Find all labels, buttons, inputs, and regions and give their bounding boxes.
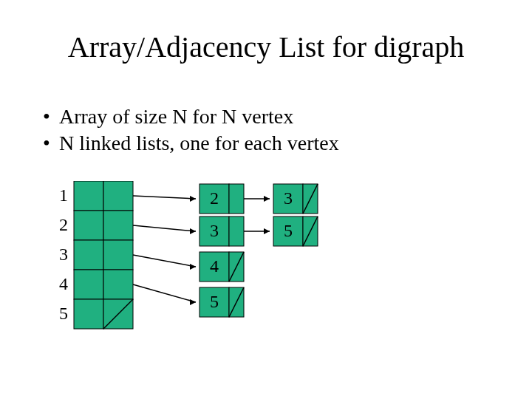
bullet-list: •Array of size N for N vertex •N linked … (43, 103, 339, 157)
svg-rect-2 (74, 211, 103, 240)
svg-marker-28 (264, 228, 270, 234)
bullet-item: •Array of size N for N vertex (43, 103, 339, 130)
node-value: 3 (284, 188, 293, 208)
array-column: 1 2 3 4 5 (59, 181, 133, 329)
svg-marker-19 (264, 196, 270, 202)
list-node: 3 (200, 216, 244, 246)
slide-title: Array/Adjacency List for digraph (0, 30, 532, 64)
linked-lists: 2 3 3 5 (133, 184, 318, 317)
svg-line-25 (133, 225, 196, 231)
svg-rect-3 (103, 211, 133, 240)
array-index: 4 (59, 274, 68, 293)
bullet-text: Array of size N for N vertex (59, 105, 293, 128)
svg-rect-5 (103, 240, 133, 270)
svg-rect-7 (103, 270, 133, 299)
list-node: 5 (200, 287, 244, 317)
svg-rect-8 (74, 299, 103, 329)
adjacency-diagram: 1 2 3 4 5 2 3 (52, 181, 406, 373)
list-node: 3 (273, 184, 318, 214)
node-value: 3 (210, 221, 219, 240)
svg-marker-38 (190, 299, 196, 305)
list-node: 2 (200, 184, 244, 214)
node-value: 4 (210, 256, 219, 276)
slide: Array/Adjacency List for digraph •Array … (0, 0, 532, 399)
list-node: 4 (200, 252, 244, 282)
svg-marker-33 (190, 264, 196, 270)
svg-rect-4 (74, 240, 103, 270)
svg-rect-21 (229, 216, 244, 246)
bullet-item: •N linked lists, one for each vertex (43, 130, 339, 157)
svg-rect-12 (229, 184, 244, 214)
bullet-text: N linked lists, one for each vertex (59, 132, 339, 154)
array-index: 2 (59, 215, 68, 234)
node-value: 2 (210, 188, 219, 208)
array-index: 5 (59, 304, 68, 323)
svg-rect-1 (103, 181, 133, 211)
svg-rect-0 (74, 181, 103, 211)
array-index: 1 (59, 185, 68, 205)
svg-rect-6 (74, 270, 103, 299)
node-value: 5 (210, 292, 219, 311)
svg-line-16 (133, 196, 196, 199)
node-value: 5 (284, 221, 293, 240)
array-index: 3 (59, 245, 68, 264)
svg-marker-26 (190, 228, 196, 234)
list-node: 5 (273, 216, 318, 246)
svg-line-37 (133, 284, 196, 302)
svg-marker-17 (190, 196, 196, 202)
svg-line-32 (133, 255, 196, 267)
